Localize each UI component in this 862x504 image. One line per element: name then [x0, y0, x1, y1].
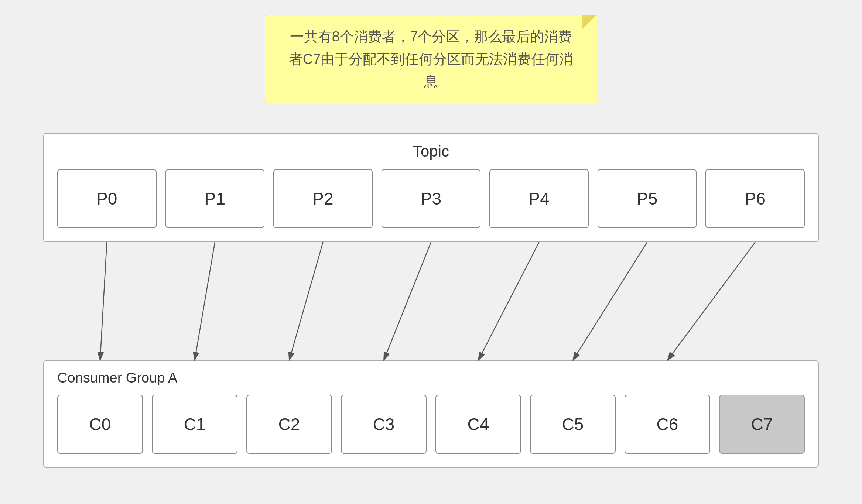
consumer-box-5: C5: [530, 395, 616, 454]
arrows-svg: [43, 242, 819, 360]
consumer-box-7: C7: [719, 395, 805, 454]
svg-line-4: [384, 242, 431, 360]
note-text: 一共有8个消费者，7个分区，那么最后的消费者C7由于分配不到任何分区而无法消费任…: [289, 29, 574, 89]
consumer-box-1: C1: [152, 395, 237, 454]
partition-box-0: P0: [57, 169, 157, 228]
diagram: Topic P0P1P2P3P4P5P6 Consumer Group A C0…: [43, 133, 819, 489]
partitions-row: P0P1P2P3P4P5P6: [57, 169, 805, 228]
partition-box-6: P6: [705, 169, 805, 228]
partition-box-2: P2: [273, 169, 373, 228]
svg-line-5: [478, 242, 539, 360]
topic-label: Topic: [57, 143, 805, 160]
consumer-box-2: C2: [246, 395, 332, 454]
consumers-row: C0C1C2C3C4C5C6C7: [57, 395, 805, 454]
partition-box-1: P1: [165, 169, 265, 228]
svg-line-1: [100, 242, 107, 360]
partition-box-4: P4: [489, 169, 589, 228]
svg-line-3: [289, 242, 323, 360]
consumer-box-6: C6: [625, 395, 710, 454]
partition-box-3: P3: [382, 169, 481, 228]
consumer-box-0: C0: [57, 395, 143, 454]
consumer-box-4: C4: [435, 395, 521, 454]
svg-line-2: [195, 242, 215, 360]
consumer-group-label: Consumer Group A: [57, 370, 805, 386]
consumer-box-3: C3: [341, 395, 427, 454]
svg-line-7: [667, 242, 755, 360]
consumer-container: Consumer Group A C0C1C2C3C4C5C6C7: [43, 360, 819, 468]
note-box: 一共有8个消费者，7个分区，那么最后的消费者C7由于分配不到任何分区而无法消费任…: [265, 15, 597, 103]
topic-container: Topic P0P1P2P3P4P5P6: [43, 133, 819, 242]
arrows-area: [43, 242, 819, 360]
svg-line-6: [573, 242, 647, 360]
partition-box-5: P5: [598, 169, 697, 228]
